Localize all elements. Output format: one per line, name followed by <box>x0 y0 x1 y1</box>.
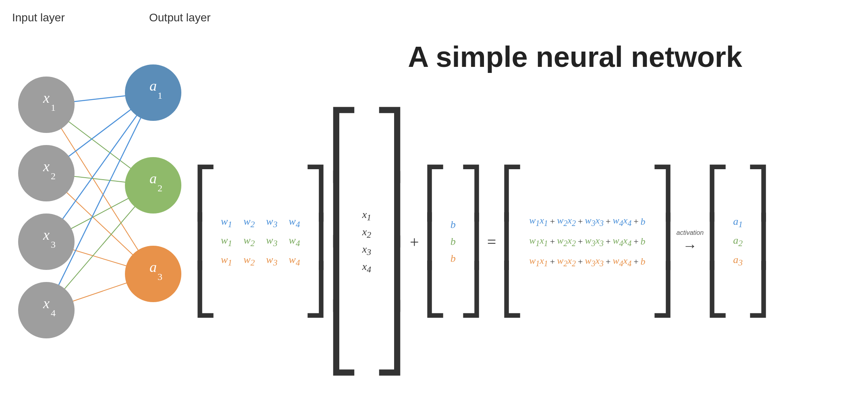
page-title: A simple neural network <box>282 40 868 73</box>
svg-text:a: a <box>150 170 157 187</box>
svg-text:3: 3 <box>51 239 56 250</box>
page: Input layer Output layer A simple neural… <box>0 0 868 398</box>
svg-text:a: a <box>150 78 157 94</box>
svg-text:2: 2 <box>158 183 162 193</box>
svg-text:2: 2 <box>51 171 56 181</box>
svg-text:x: x <box>43 227 50 243</box>
weight-matrix: ⎡⎢⎣ w1 w2 w3 w4 w1 w2 w3 w4 w1 w2 w3 <box>193 169 328 314</box>
activation-label: activation <box>677 229 704 236</box>
activation-arrow: activation → <box>677 229 704 254</box>
svg-text:x: x <box>43 90 50 106</box>
svg-text:x: x <box>43 158 50 174</box>
svg-text:1: 1 <box>158 90 162 101</box>
bias-vector: ⎡⎢⎣ b b b ⎤⎥⎦ <box>423 169 483 314</box>
neural-network-diagram: x 1 x 2 x 3 x 4 a 1 a 2 a 3 <box>4 40 210 371</box>
result-matrix: ⎡⎢⎣ w1x1 + w2x2 + w3x3 + w4x4 + b w1x1 <box>500 169 674 314</box>
equals-sign: = <box>487 232 496 251</box>
math-equation: ⎡⎢⎣ w1 w2 w3 w4 w1 w2 w3 w4 w1 w2 w3 <box>193 113 770 371</box>
svg-text:x: x <box>43 295 50 311</box>
svg-text:a: a <box>150 259 157 275</box>
svg-text:4: 4 <box>51 308 56 318</box>
svg-text:1: 1 <box>51 102 56 113</box>
output-vector: ⎡⎢⎣ a1 a2 a3 ⎤⎥⎦ <box>706 169 770 314</box>
input-layer-label: Input layer <box>12 11 65 24</box>
output-layer-label: Output layer <box>149 11 211 24</box>
x-vector: ⎡⎢⎢⎣ x1 x2 x3 x4 ⎤⎥⎥⎦ <box>328 113 406 371</box>
plus-sign: + <box>410 232 419 251</box>
svg-text:3: 3 <box>158 272 162 282</box>
